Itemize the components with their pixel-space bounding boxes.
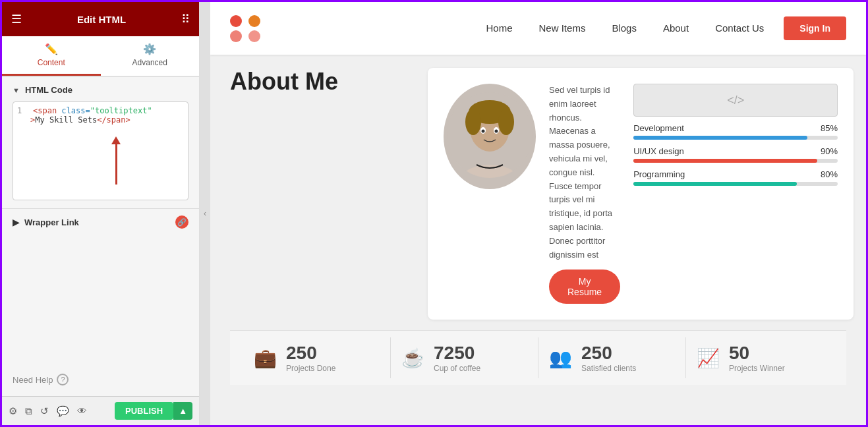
signin-button[interactable]: Sign In [784, 16, 846, 40]
skill-bar-fill-programming [633, 182, 797, 186]
navbar: Home New Items Blogs About Contact Us Si… [210, 2, 866, 55]
skill-label-uiux: UI/UX design [633, 146, 684, 156]
skill-label-programming: Programming [633, 169, 685, 179]
svg-point-10 [495, 129, 498, 132]
publish-dropdown-button[interactable]: ▲ [173, 402, 192, 420]
code-content-1: <span class="tooltiptext" [33, 106, 152, 115]
nav-item-new-items[interactable]: New Items [539, 22, 586, 34]
nav-item-blogs[interactable]: Blogs [612, 22, 637, 34]
resume-button[interactable]: My Resume [549, 270, 620, 304]
right-content: Home New Items Blogs About Contact Us Si… [210, 2, 866, 425]
code-editor[interactable]: 1 <span class="tooltiptext" >My Skill Se… [13, 101, 188, 200]
red-arrow-head [111, 136, 121, 144]
nav-link-blogs[interactable]: Blogs [612, 22, 637, 34]
code-line-1: 1 <span class="tooltiptext" [17, 106, 184, 115]
nav-item-home[interactable]: Home [486, 22, 513, 34]
profile-svg [447, 86, 533, 188]
about-card: Sed vel turpis id enim laoreet rhoncus. … [428, 68, 854, 320]
content-tab-icon: ✏️ [45, 43, 58, 55]
logo-dot-3 [230, 30, 242, 42]
wrapper-link-section: ▶ Wrapper Link 🔗 [2, 208, 199, 235]
code-content-2: >My Skill Sets</span> [30, 115, 130, 125]
red-arrow-line [115, 138, 117, 185]
section-collapse-arrow: ▼ [13, 86, 20, 94]
eye-icon[interactable]: 👁 [77, 405, 87, 416]
nav-link-home[interactable]: Home [486, 22, 513, 34]
skill-bar-fill-uiux [633, 159, 817, 163]
winner-icon: 📈 [697, 347, 720, 369]
main-content: About Me [210, 55, 866, 425]
stat-label-coffee: Cup of coffee [434, 364, 480, 373]
need-help-label: Need Help [13, 375, 53, 385]
wrapper-arrow: ▶ [13, 217, 19, 227]
stat-number-projects: 250 [286, 343, 335, 364]
svg-point-5 [465, 109, 481, 135]
stat-label-clients: Satisfied clients [581, 364, 636, 373]
html-code-section: ▼ HTML Code 1 <span class="tooltiptext" … [2, 77, 199, 208]
logo-dot-2 [248, 15, 260, 27]
wrapper-link-left: ▶ Wrapper Link [13, 217, 79, 227]
panel-collapse-button[interactable]: ‹ [200, 2, 210, 425]
wrapper-link-header[interactable]: ▶ Wrapper Link 🔗 [13, 215, 188, 229]
panel-title: Edit HTML [77, 14, 126, 25]
skill-percent-uiux: 90% [821, 146, 838, 156]
advanced-tab-label: Advanced [132, 58, 167, 67]
stat-number-clients: 250 [581, 343, 636, 364]
panel-tabs: ✏️ Content ⚙️ Advanced [2, 36, 199, 77]
skill-programming: Programming 80% [633, 169, 838, 186]
skill-percent-programming: 80% [821, 169, 838, 179]
about-title: About Me [230, 68, 415, 320]
skill-bar-bg-uiux [633, 159, 838, 163]
stat-number-coffee: 7250 [434, 343, 480, 364]
skill-bar-fill-development [633, 136, 807, 140]
bottom-bar: ⚙ ⧉ ↺ 💬 👁 PUBLISH ▲ [2, 396, 199, 425]
logo-dots [230, 15, 263, 42]
navbar-nav: Home New Items Blogs About Contact Us [486, 22, 765, 34]
comment-icon[interactable]: 💬 [57, 405, 69, 417]
nav-link-contact[interactable]: Contact Us [715, 22, 764, 34]
about-text-column: Sed vel turpis id enim laoreet rhoncus. … [549, 84, 620, 304]
html-code-header[interactable]: ▼ HTML Code [13, 85, 188, 95]
nav-link-new-items[interactable]: New Items [539, 22, 586, 34]
skill-development: Development 85% [633, 123, 838, 140]
stat-clients: 👥 250 Satisfied clients [538, 337, 686, 378]
coffee-icon: ☕ [401, 347, 424, 369]
content-tab-label: Content [38, 58, 65, 67]
line-number-1: 1 [17, 106, 28, 115]
stat-number-winner: 50 [729, 343, 785, 364]
stat-label-projects: Projects Done [286, 364, 335, 373]
tab-advanced[interactable]: ⚙️ Advanced [101, 36, 200, 76]
stat-label-winner: Projects Winner [729, 364, 785, 373]
svg-point-9 [482, 129, 485, 132]
code-line-2: >My Skill Sets</span> [17, 115, 184, 125]
left-panel: ☰ Edit HTML ⠿ ✏️ Content ⚙️ Advanced ▼ H… [2, 2, 200, 425]
skill-label-development: Development [633, 123, 684, 133]
wrapper-link-label: Wrapper Link [24, 217, 79, 227]
skills-column: </> Development 85% [633, 84, 838, 304]
nav-item-about[interactable]: About [663, 22, 689, 34]
settings-icon[interactable]: ⚙ [9, 405, 17, 417]
nav-link-about[interactable]: About [663, 22, 689, 34]
skill-uiux: UI/UX design 90% [633, 146, 838, 163]
about-section: About Me [230, 68, 846, 320]
help-question-icon: ? [57, 374, 69, 385]
html-code-label: HTML Code [25, 85, 72, 95]
publish-button[interactable]: PUBLISH [115, 402, 173, 420]
hamburger-icon[interactable]: ☰ [11, 12, 22, 26]
navbar-logo [230, 15, 263, 42]
logo-dot-4 [248, 30, 260, 42]
history-icon[interactable]: ↺ [40, 405, 49, 417]
nav-item-contact[interactable]: Contact Us [715, 22, 764, 34]
tab-content[interactable]: ✏️ Content [2, 36, 101, 76]
stat-coffee: ☕ 7250 Cup of coffee [391, 337, 538, 378]
stats-row: 💼 250 Projects Done ☕ 7250 Cup of coffee… [230, 330, 846, 385]
grid-icon[interactable]: ⠿ [181, 12, 190, 26]
svg-point-6 [498, 109, 514, 135]
need-help[interactable]: Need Help ? [2, 363, 199, 396]
panel-header: ☰ Edit HTML ⠿ [2, 2, 199, 36]
stat-winner: 📈 50 Projects Winner [686, 337, 833, 378]
skill-bar-bg-programming [633, 182, 838, 186]
stat-projects-done: 💼 250 Projects Done [243, 337, 391, 378]
layers-icon[interactable]: ⧉ [25, 405, 32, 417]
code-preview-box: </> [633, 84, 838, 117]
